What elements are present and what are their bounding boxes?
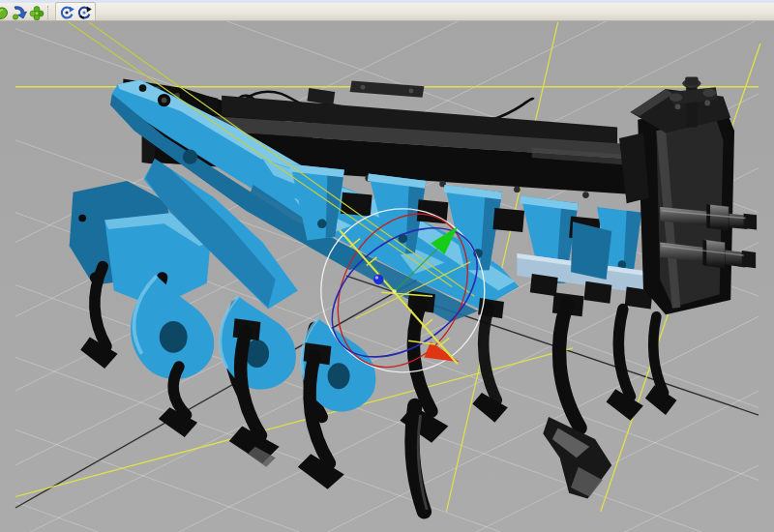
green-flower-icon [29,5,45,20]
toolbar-button-rebuild[interactable] [75,4,93,21]
toolbar-top-strip [0,0,774,3]
toolbar-button-import[interactable] [11,4,28,21]
toolbar-separator [47,6,53,19]
blue-import-arrow-icon [12,5,27,20]
app-window [0,0,774,532]
toolbar-button-refresh[interactable] [58,4,75,21]
toolbar-update-group [55,2,96,22]
gizmo-origin-dot [393,289,397,293]
blue-circular-arrows-icon [59,5,74,20]
dark-circular-arrows-icon [76,5,92,20]
toolbar-button-green-model[interactable] [0,4,11,21]
green-model-icon [0,5,10,20]
toolbar [0,0,774,21]
gizmo-sphere-highlight [375,276,378,279]
viewport-3d[interactable] [0,21,774,532]
gizmo-center-sphere[interactable] [373,275,384,285]
toolbar-button-render[interactable] [28,4,45,21]
scene-canvas [0,21,774,532]
